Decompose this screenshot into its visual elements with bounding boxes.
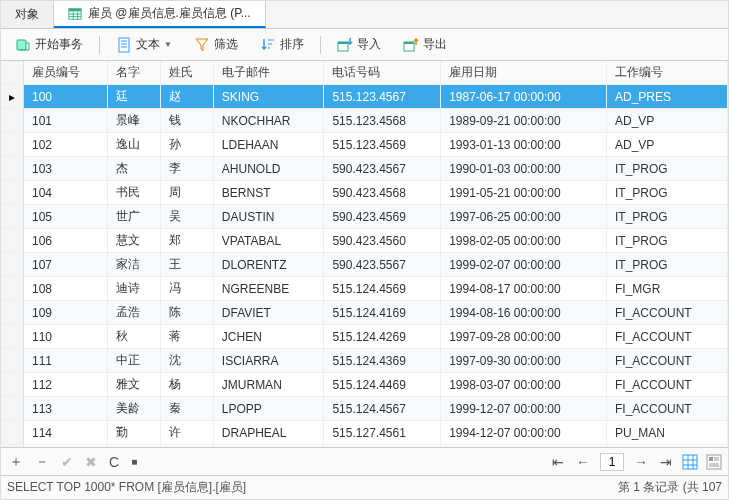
cell[interactable]: 515.124.4469 (324, 373, 441, 397)
grid-view-icon[interactable] (682, 454, 698, 470)
cell[interactable]: NGREENBE (213, 277, 324, 301)
cell[interactable]: 111 (24, 349, 108, 373)
cell[interactable]: 515.124.4569 (324, 277, 441, 301)
filter-button[interactable]: 筛选 (188, 34, 244, 55)
column-header[interactable]: 电话号码 (324, 61, 441, 85)
cell[interactable]: 590.423.4567 (324, 157, 441, 181)
cell[interactable]: 108 (24, 277, 108, 301)
cell[interactable]: 515.124.4269 (324, 325, 441, 349)
cell[interactable]: 美龄 (107, 397, 160, 421)
column-header[interactable]: 雇员编号 (24, 61, 108, 85)
column-header[interactable]: 工作编号 (607, 61, 728, 85)
cell[interactable]: SKING (213, 85, 324, 109)
cell[interactable]: IT_PROG (607, 253, 728, 277)
cell[interactable]: NKOCHHAR (213, 109, 324, 133)
cell[interactable]: DFAVIET (213, 301, 324, 325)
cell[interactable]: 100 (24, 85, 108, 109)
cell[interactable]: 逸山 (107, 133, 160, 157)
cell[interactable]: IT_PROG (607, 157, 728, 181)
cell[interactable]: 郑 (160, 229, 213, 253)
first-page-button[interactable]: ⇤ (550, 454, 566, 470)
table-row[interactable]: 112雅文杨JMURMAN515.124.44691998-03-07 00:0… (1, 373, 728, 397)
cell[interactable]: 秦 (160, 397, 213, 421)
cancel-button[interactable]: ✖ (83, 454, 99, 470)
tab-objects[interactable]: 对象 (1, 1, 54, 28)
cell[interactable]: 李 (160, 157, 213, 181)
table-row[interactable]: 109孟浩陈DFAVIET515.124.41691994-08-16 00:0… (1, 301, 728, 325)
cell[interactable]: 孟浩 (107, 301, 160, 325)
column-header[interactable]: 雇用日期 (441, 61, 607, 85)
add-row-button[interactable]: ＋ (7, 453, 25, 471)
table-row[interactable]: 104书民周BERNST590.423.45681991-05-21 00:00… (1, 181, 728, 205)
cell[interactable]: 1991-05-21 00:00:00 (441, 181, 607, 205)
cell[interactable]: 慧文 (107, 229, 160, 253)
cell[interactable]: 王 (160, 253, 213, 277)
cell[interactable]: AD_VP (607, 133, 728, 157)
cell[interactable]: 秋 (107, 325, 160, 349)
stop-button[interactable]: ■ (129, 456, 139, 467)
cell[interactable]: 1994-12-07 00:00:00 (441, 421, 607, 445)
cell[interactable]: 杰 (107, 157, 160, 181)
table-row[interactable]: 103杰李AHUNOLD590.423.45671990-01-03 00:00… (1, 157, 728, 181)
cell[interactable]: 1989-09-21 00:00:00 (441, 109, 607, 133)
cell[interactable]: 110 (24, 325, 108, 349)
cell[interactable]: VPATABAL (213, 229, 324, 253)
cell[interactable]: 113 (24, 397, 108, 421)
text-button[interactable]: 文本 ▼ (110, 34, 178, 55)
data-grid[interactable]: 雇员编号名字姓氏电子邮件电话号码雇用日期工作编号 ▸100廷赵SKING515.… (1, 61, 728, 447)
cell[interactable]: AD_PRES (607, 85, 728, 109)
cell[interactable]: 1997-09-28 00:00:00 (441, 325, 607, 349)
cell[interactable]: 陈 (160, 301, 213, 325)
prev-page-button[interactable]: ← (574, 454, 592, 470)
cell[interactable]: 许 (160, 421, 213, 445)
cell[interactable]: FI_ACCOUNT (607, 301, 728, 325)
cell[interactable]: 590.423.4560 (324, 229, 441, 253)
table-row[interactable]: 111中正沈ISCIARRA515.124.43691997-09-30 00:… (1, 349, 728, 373)
table-row[interactable]: 114勤许DRAPHEAL515.127.45611994-12-07 00:0… (1, 421, 728, 445)
cell[interactable]: 515.127.4561 (324, 421, 441, 445)
sort-button[interactable]: 排序 (254, 34, 310, 55)
cell[interactable]: IT_PROG (607, 181, 728, 205)
table-row[interactable]: ▸100廷赵SKING515.123.45671987-06-17 00:00:… (1, 85, 728, 109)
cell[interactable]: 1993-01-13 00:00:00 (441, 133, 607, 157)
commit-button[interactable]: ✔ (59, 454, 75, 470)
cell[interactable]: 沈 (160, 349, 213, 373)
cell[interactable]: 106 (24, 229, 108, 253)
cell[interactable]: 1999-12-07 00:00:00 (441, 397, 607, 421)
cell[interactable]: 钱 (160, 109, 213, 133)
cell[interactable]: 家洁 (107, 253, 160, 277)
cell[interactable]: 109 (24, 301, 108, 325)
cell[interactable]: LPOPP (213, 397, 324, 421)
table-row[interactable]: 108迪诗冯NGREENBE515.124.45691994-08-17 00:… (1, 277, 728, 301)
refresh-button[interactable]: C (107, 454, 121, 470)
cell[interactable]: 114 (24, 421, 108, 445)
cell[interactable]: 515.124.4369 (324, 349, 441, 373)
cell[interactable]: 1998-03-07 00:00:00 (441, 373, 607, 397)
cell[interactable]: 赵 (160, 85, 213, 109)
cell[interactable]: ISCIARRA (213, 349, 324, 373)
begin-transaction-button[interactable]: 开始事务 (9, 34, 89, 55)
cell[interactable]: 景峰 (107, 109, 160, 133)
cell[interactable]: 中正 (107, 349, 160, 373)
cell[interactable]: 周 (160, 181, 213, 205)
cell[interactable]: 103 (24, 157, 108, 181)
cell[interactable]: 104 (24, 181, 108, 205)
form-view-icon[interactable] (706, 454, 722, 470)
cell[interactable]: 冯 (160, 277, 213, 301)
cell[interactable]: JMURMAN (213, 373, 324, 397)
cell[interactable]: 迪诗 (107, 277, 160, 301)
cell[interactable]: 107 (24, 253, 108, 277)
cell[interactable]: AD_VP (607, 109, 728, 133)
tab-employees[interactable]: 雇员 @雇员信息.雇员信息 (P... (54, 1, 266, 28)
cell[interactable]: FI_ACCOUNT (607, 325, 728, 349)
table-row[interactable]: 101景峰钱NKOCHHAR515.123.45681989-09-21 00:… (1, 109, 728, 133)
column-header[interactable]: 电子邮件 (213, 61, 324, 85)
cell[interactable]: 1999-02-07 00:00:00 (441, 253, 607, 277)
cell[interactable]: FI_ACCOUNT (607, 397, 728, 421)
cell[interactable]: 蒋 (160, 325, 213, 349)
cell[interactable]: DAUSTIN (213, 205, 324, 229)
cell[interactable]: 590.423.4569 (324, 205, 441, 229)
cell[interactable]: 世广 (107, 205, 160, 229)
cell[interactable]: 515.123.4567 (324, 85, 441, 109)
table-row[interactable]: 110秋蒋JCHEN515.124.42691997-09-28 00:00:0… (1, 325, 728, 349)
